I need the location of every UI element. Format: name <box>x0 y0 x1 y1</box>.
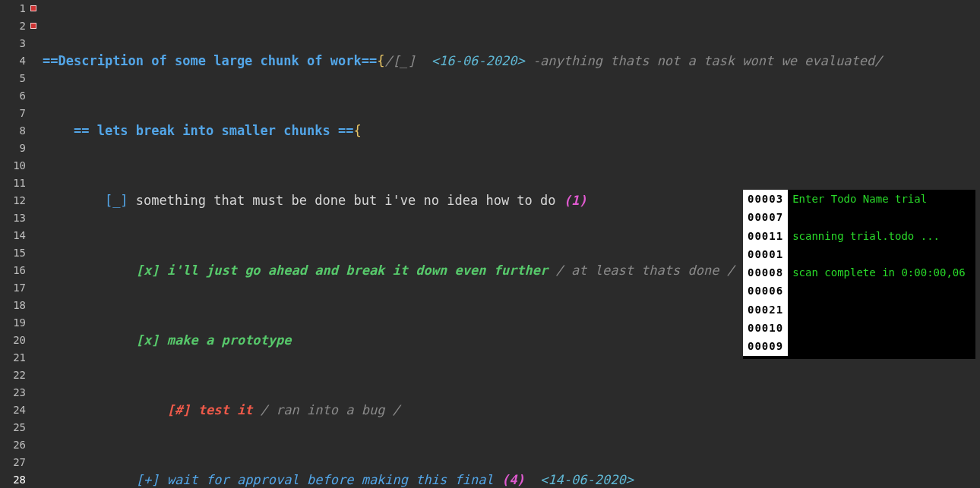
line-number: 9 <box>0 140 26 157</box>
output-line-number: 00011 <box>748 227 783 245</box>
output-message <box>792 208 971 226</box>
line-number: 28 <box>0 471 26 488</box>
task-text: test it <box>198 402 261 417</box>
todo-done-icon: [x] <box>136 263 167 278</box>
heading-marker: == <box>362 53 377 68</box>
line-number: 24 <box>0 401 26 419</box>
line-number-gutter: 1234567891011121314151617181920212223242… <box>0 0 30 488</box>
line-number: 16 <box>0 262 26 279</box>
output-message: scan complete in 0:00:00,06 <box>792 263 971 282</box>
line-number: 10 <box>0 157 26 175</box>
line-number: 7 <box>0 105 26 122</box>
date-tag: <14-06-2020> <box>540 472 634 487</box>
output-line-number: 00021 <box>748 301 783 319</box>
output-panel-messages: Enter Todo Name trial scanning trial.tod… <box>788 190 975 356</box>
output-panel: 0000300007000110000100008000060002100010… <box>743 190 975 359</box>
task-text: wait for approval before making this fin… <box>167 472 501 487</box>
output-message <box>792 301 971 319</box>
task-text: i'll just go ahead and break it down eve… <box>167 263 556 278</box>
priority-tag: (4) <box>501 472 540 487</box>
comment-text: -anything thats not a task wont we evalu… <box>525 53 883 68</box>
line-number: 19 <box>0 314 26 332</box>
output-line-number: 00001 <box>748 245 783 263</box>
heading-text: == lets break into smaller chunks == <box>74 123 353 138</box>
code-line[interactable]: [#] test it / ran into a bug / <box>43 401 980 419</box>
line-number: 12 <box>0 192 26 209</box>
line-number: 23 <box>0 384 26 401</box>
line-number: 1 <box>0 0 26 17</box>
line-number: 3 <box>0 35 26 52</box>
comment-text: /[_] <box>384 53 431 68</box>
line-number: 21 <box>0 349 26 367</box>
heading-text: Description of some large chunk of work <box>58 53 361 68</box>
line-number: 22 <box>0 367 26 384</box>
output-message <box>792 337 971 355</box>
task-text: something that must be done but i've no … <box>136 193 564 208</box>
line-number: 14 <box>0 227 26 244</box>
output-line-number: 00009 <box>748 337 783 355</box>
line-number: 17 <box>0 279 26 297</box>
output-line-number: 00007 <box>748 208 783 226</box>
line-number: 18 <box>0 297 26 314</box>
output-message: Enter Todo Name trial <box>792 190 971 208</box>
fold-marker-column <box>30 0 40 488</box>
line-number: 2 <box>0 17 26 35</box>
fold-marker-icon[interactable] <box>30 23 36 29</box>
brace-open: { <box>353 123 361 138</box>
line-number: 8 <box>0 122 26 140</box>
output-message <box>792 245 971 263</box>
todo-blocked-icon: [#] <box>167 402 198 417</box>
date-tag: <16-06-2020> <box>432 53 525 68</box>
line-number: 13 <box>0 209 26 227</box>
brace-open: { <box>377 53 384 68</box>
todo-open-icon: [_] <box>105 193 136 208</box>
output-panel-numbers: 0000300007000110000100008000060002100010… <box>743 190 788 356</box>
line-number: 27 <box>0 454 26 471</box>
task-text: make a prototype <box>167 332 292 348</box>
fold-marker-icon[interactable] <box>30 5 36 11</box>
output-message: scanning trial.todo ... <box>792 227 971 245</box>
output-message <box>792 319 971 337</box>
output-line-number: 00003 <box>748 190 783 208</box>
output-line-number: 00008 <box>748 263 783 282</box>
line-number: 4 <box>0 52 26 70</box>
comment-text: / ran into a bug / <box>261 402 400 417</box>
line-number: 25 <box>0 419 26 436</box>
line-number: 26 <box>0 436 26 454</box>
comment-text: / at least thats done / <box>556 263 735 278</box>
heading-marker: == <box>43 53 58 68</box>
output-line-number: 00010 <box>748 319 783 337</box>
editor[interactable]: 1234567891011121314151617181920212223242… <box>0 0 980 488</box>
line-number: 11 <box>0 175 26 192</box>
code-line[interactable]: == lets break into smaller chunks =={ <box>43 122 980 140</box>
line-number: 6 <box>0 87 26 105</box>
line-number: 20 <box>0 332 26 349</box>
output-message <box>792 282 971 300</box>
todo-waiting-icon: [+] <box>136 472 167 487</box>
code-line[interactable]: ==Description of some large chunk of wor… <box>43 52 980 70</box>
priority-tag: (1) <box>564 193 587 208</box>
output-line-number: 00006 <box>748 282 783 300</box>
code-line[interactable]: [+] wait for approval before making this… <box>43 471 980 488</box>
line-number: 15 <box>0 244 26 262</box>
line-number: 5 <box>0 70 26 87</box>
todo-done-icon: [x] <box>136 332 167 348</box>
